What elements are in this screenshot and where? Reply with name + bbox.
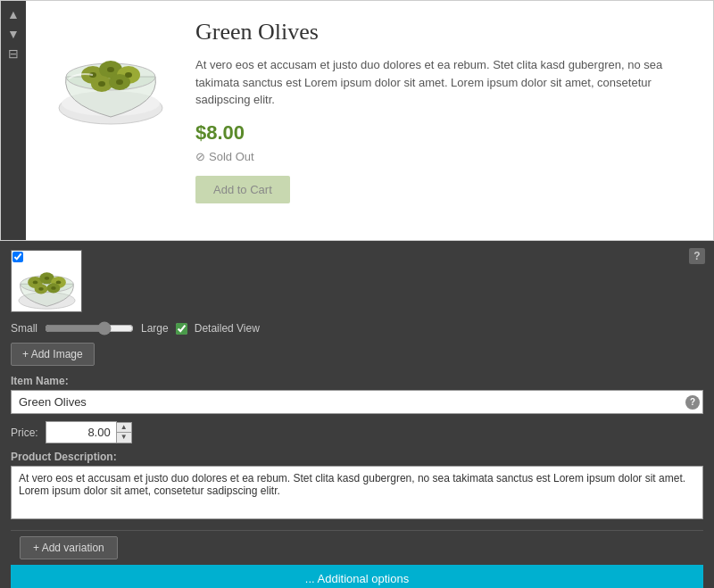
sold-out-text: Sold Out (209, 150, 254, 163)
add-image-button[interactable]: + Add Image (11, 343, 95, 366)
product-preview: Green Olives At vero eos et accusam et j… (26, 1, 713, 240)
price-spin-down-button[interactable]: ▼ (117, 433, 131, 443)
svg-point-11 (98, 81, 105, 87)
bottom-bar: + Add variation (11, 530, 703, 565)
toolbar-down-icon[interactable]: ▼ (7, 28, 20, 40)
detailed-view-label: Detailed View (195, 322, 260, 335)
preview-area: ▲ ▼ ⊟ (0, 0, 714, 241)
help-button[interactable]: ? (689, 248, 705, 264)
add-variation-button[interactable]: + Add variation (20, 536, 118, 559)
editor-area: ? (0, 241, 714, 588)
product-description: At vero eos et accusam et justo duo dolo… (195, 56, 686, 109)
svg-point-12 (116, 79, 123, 85)
price-label: Price: (11, 427, 38, 439)
item-name-input[interactable] (11, 390, 703, 414)
add-to-cart-button[interactable]: Add to Cart (195, 176, 290, 203)
product-image-svg (53, 19, 169, 135)
size-controls: Small Large Detailed View (11, 321, 703, 335)
sold-out-badge: ⊘ Sold Out (195, 150, 686, 163)
size-small-label: Small (11, 322, 37, 335)
item-name-help-button[interactable]: ? (685, 395, 700, 410)
item-name-input-wrap: ? (11, 390, 703, 414)
additional-options-bar[interactable]: ... Additional options (11, 565, 703, 588)
product-title: Green Olives (195, 19, 686, 46)
detailed-view-checkbox[interactable] (176, 323, 187, 335)
svg-point-23 (38, 287, 44, 291)
left-toolbar: ▲ ▼ ⊟ (1, 1, 26, 240)
description-label: Product Description: (11, 451, 703, 463)
description-input[interactable]: At vero eos et accusam et justo duo dolo… (11, 466, 703, 519)
product-price: $8.00 (195, 121, 686, 145)
svg-point-10 (125, 72, 132, 78)
svg-point-21 (44, 276, 49, 279)
thumb-container (11, 250, 82, 312)
price-spin-up-button[interactable]: ▲ (117, 423, 131, 433)
thumb-checkbox[interactable] (12, 252, 23, 262)
description-field-row: Product Description: At vero eos et accu… (11, 451, 703, 523)
svg-point-22 (55, 280, 61, 284)
item-name-field-row: Item Name: ? (11, 375, 703, 414)
svg-point-9 (107, 67, 114, 72)
product-image-container (53, 19, 169, 135)
sold-out-icon: ⊘ (195, 150, 205, 163)
price-spinners: ▲ ▼ (117, 422, 132, 443)
editor-top (11, 250, 703, 312)
price-input[interactable] (46, 421, 117, 443)
svg-point-20 (32, 280, 37, 284)
size-large-label: Large (141, 322, 169, 335)
price-row: Price: ▲ ▼ (11, 421, 703, 443)
toolbar-delete-icon[interactable]: ⊟ (8, 47, 19, 60)
product-info: Green Olives At vero eos et accusam et j… (195, 19, 686, 203)
size-slider[interactable] (45, 321, 134, 335)
item-name-label: Item Name: (11, 375, 703, 387)
price-input-wrap: ▲ ▼ (46, 421, 132, 443)
svg-point-24 (51, 286, 56, 290)
toolbar-up-icon[interactable]: ▲ (7, 8, 20, 21)
